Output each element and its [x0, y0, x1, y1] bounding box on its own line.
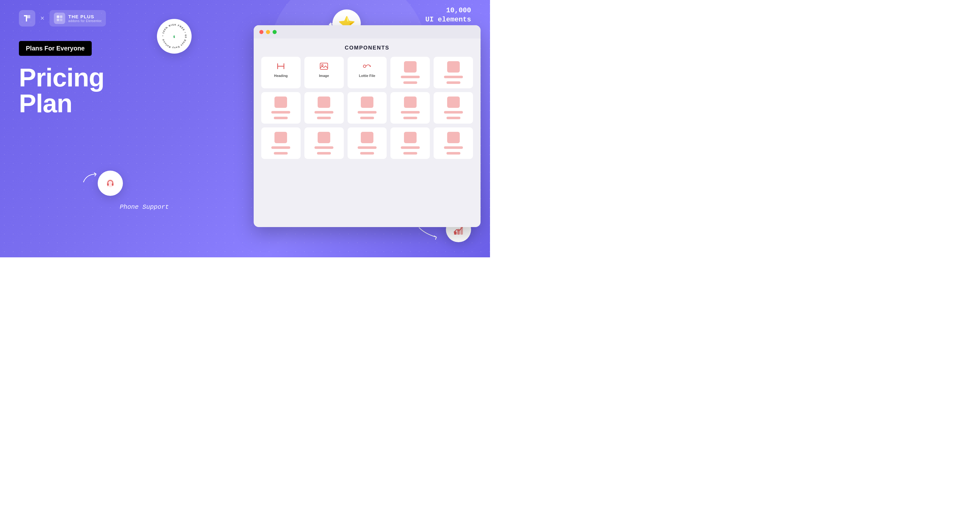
pricing-title: Pricing Plan [19, 65, 104, 116]
placeholder-box [447, 132, 460, 143]
placeholder-card-12 [304, 128, 344, 159]
placeholder-line-short [317, 152, 331, 155]
placeholder-box [274, 132, 287, 143]
placeholder-line [401, 111, 420, 113]
placeholder-box [404, 97, 417, 108]
placeholder-box [361, 132, 374, 143]
svg-rect-1 [60, 16, 62, 18]
browser-dot-green [272, 30, 277, 34]
image-label: Image [319, 74, 329, 78]
placeholder-line [271, 111, 290, 113]
placeholder-line [401, 146, 420, 149]
svg-rect-6 [107, 183, 109, 186]
svg-point-12 [322, 65, 323, 66]
placeholder-line [401, 76, 420, 78]
component-card-image: Image [304, 57, 344, 88]
heading-label: Heading [274, 74, 288, 78]
svg-point-13 [363, 65, 366, 67]
logo-tp-symbol [19, 10, 35, 27]
heading-icon [276, 61, 286, 71]
browser-titlebar [254, 25, 480, 38]
plans-badge: Plans For Everyone [19, 41, 92, 56]
placeholder-line [444, 111, 463, 113]
phone-arrow [80, 168, 99, 185]
placeholder-line [358, 146, 377, 149]
svg-point-14 [370, 65, 371, 67]
ui-elements-count: 10,000 [425, 6, 471, 16]
placeholder-line-short [274, 117, 288, 119]
placeholder-line-short [403, 117, 417, 119]
phone-support-circle [98, 171, 123, 196]
svg-rect-3 [60, 19, 62, 21]
placeholder-line-short [317, 117, 331, 119]
placeholder-line [315, 146, 333, 149]
placeholder-box [274, 97, 287, 108]
placeholder-line-short [403, 81, 417, 84]
placeholder-card-9 [390, 92, 430, 124]
ui-elements-label: 10,000 UI elements [425, 6, 471, 24]
browser-dot-red [259, 30, 263, 34]
svg-rect-7 [112, 183, 113, 186]
placeholder-line [444, 146, 463, 149]
placeholder-card-7 [304, 92, 344, 124]
component-card-lottie: Lottie File [348, 57, 387, 88]
components-grid: Heading Image [261, 57, 473, 159]
placeholder-line-short [360, 117, 374, 119]
placeholder-box [447, 97, 460, 108]
theplus-logo: THE PLUS addons for Elementor [49, 10, 106, 27]
component-card-heading: Heading [261, 57, 301, 88]
placeholder-box [404, 61, 417, 73]
placeholder-card-11 [261, 128, 301, 159]
placeholder-line [315, 111, 333, 113]
placeholder-line-short [274, 152, 288, 155]
placeholder-line-short [403, 152, 417, 155]
placeholder-card-14 [390, 128, 430, 159]
logo-separator: × [40, 14, 45, 22]
risk-free-badge: • 100% RISK FREE • 60 Days Easy Refund 💲 [157, 19, 192, 54]
browser-dot-yellow [266, 30, 270, 34]
main-container: × THE PLUS addons for Elementor Plans Fo… [0, 0, 490, 257]
placeholder-line [444, 76, 463, 78]
placeholder-line-short [447, 152, 460, 155]
lottie-label: Lottie File [359, 74, 375, 78]
placeholder-line [271, 146, 290, 149]
placeholder-card-6 [261, 92, 301, 124]
analytics-arrow [416, 225, 441, 242]
theplus-text: THE PLUS addons for Elementor [68, 14, 102, 23]
svg-rect-2 [57, 19, 59, 21]
theplus-icon [54, 13, 65, 24]
browser-window: COMPONENTS Heading [254, 25, 480, 227]
pricing-line2: Plan [19, 91, 104, 116]
placeholder-line-short [447, 81, 460, 84]
pricing-line1: Pricing [19, 65, 104, 91]
browser-content: COMPONENTS Heading [254, 38, 480, 165]
placeholder-box [318, 97, 330, 108]
placeholder-line [358, 111, 377, 113]
placeholder-box [361, 97, 374, 108]
left-content: Plans For Everyone Pricing Plan [19, 41, 104, 116]
svg-rect-11 [320, 63, 328, 69]
ui-elements-text: UI elements [425, 16, 471, 25]
components-title: COMPONENTS [261, 45, 473, 51]
placeholder-card-15 [434, 128, 473, 159]
placeholder-box [318, 132, 330, 143]
placeholder-box [447, 61, 460, 73]
svg-text:💲: 💲 [172, 35, 176, 38]
placeholder-card-4 [390, 57, 430, 88]
placeholder-card-8 [348, 92, 387, 124]
header: × THE PLUS addons for Elementor [19, 10, 106, 27]
placeholder-card-5 [434, 57, 473, 88]
svg-rect-0 [57, 16, 59, 18]
image-icon [319, 61, 329, 71]
placeholder-card-10 [434, 92, 473, 124]
placeholder-line-short [360, 152, 374, 155]
placeholder-card-13 [348, 128, 387, 159]
placeholder-box [404, 132, 417, 143]
phone-support-label: Phone Support [120, 203, 169, 210]
lottie-icon [362, 61, 372, 71]
placeholder-line-short [447, 117, 460, 119]
